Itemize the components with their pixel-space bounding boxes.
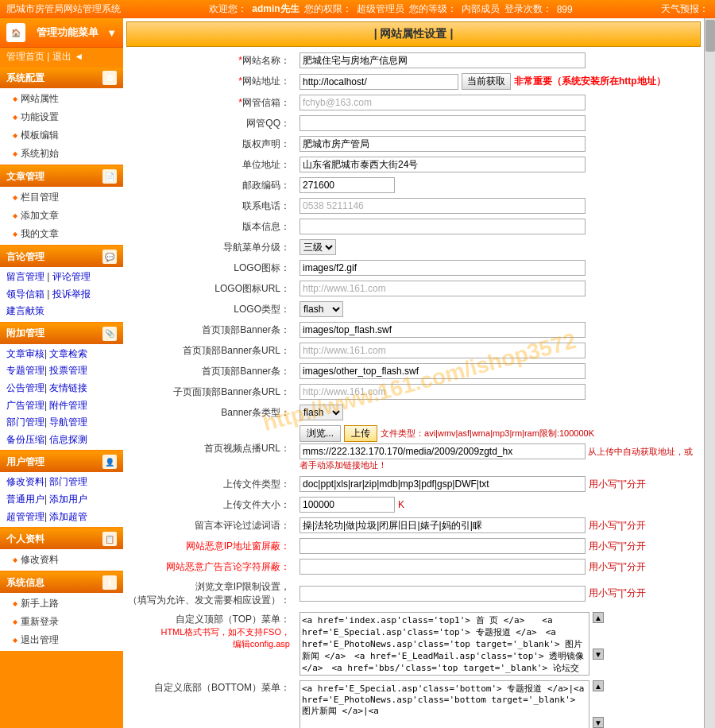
ad-block-label: 网站恶意广告言论字符屏蔽： [123,556,295,577]
sidebar-item-dept-mgmt[interactable]: 部门管理 [6,416,44,428]
sidebar-nav-logout[interactable]: 退出 [52,51,72,62]
bottom-textarea-scroll-down[interactable]: ▼ [593,717,604,728]
video-upload-btn[interactable]: 上传 [344,425,377,442]
nav-level-select[interactable]: 一级 二级 三级 四级 [300,239,336,255]
site-url-row: *网站地址： 当前获取 非常重要（系统安装所在http地址） [123,71,704,92]
sidebar-item-ad-mgmt[interactable]: 广告管理 [6,400,44,411]
banner-img-input[interactable] [300,322,586,338]
logo-url-input[interactable] [300,281,586,296]
sidebar-item-relogin[interactable]: 重新登录 [0,613,123,631]
ip-block-input[interactable] [300,538,586,554]
sidebar-item-dept-mgmt2[interactable]: 部门管理 [49,476,87,487]
sidebar-item-vote-mgmt[interactable]: 投票管理 [49,365,87,376]
sidebar-section-user-title: 用户管理 👤 [0,451,123,472]
phone-input[interactable] [300,198,586,214]
sidebar-section-article-title: 文章管理 📄 [0,166,123,187]
webmaster-qq-row: 网管QQ： [123,113,704,134]
upload-size-label: 上传文件大小： [123,494,295,515]
logo-img-input[interactable] [300,260,586,276]
banner-type-select[interactable]: flash image [300,405,343,420]
sidebar-nav-home[interactable]: 管理首页 [6,51,44,62]
top-menu-row: 自定义顶部（TOP）菜单： HTML格式书写，如不支持FSO，编辑config.… [123,610,704,678]
comment-filter-input[interactable] [300,517,586,533]
logo-url-row: LOGO图标URL： [123,278,704,299]
copyright-input[interactable] [300,136,586,152]
bottom-menu-textarea[interactable]: <a href='E_Special.asp'class='bottom'> 专… [302,683,587,728]
sidebar-item-leader-mail[interactable]: 领导信箱 [6,288,44,300]
get-current-btn[interactable]: 当前获取 [462,73,511,90]
banner-url-input[interactable] [300,343,586,358]
article-limit-hint: 用小写"|"分开 [589,587,646,600]
video-browse-btn[interactable]: 浏览... [300,425,341,442]
article-mgmt-icon: 📄 [102,169,117,184]
nav-level-label: 导航菜单分级： [123,237,295,258]
sidebar-item-review[interactable]: 评论管理 [52,271,91,282]
banner-type-row: Banner条类型： flash image [123,402,704,423]
sidebar-item-guestbook[interactable]: 留言管理 [6,271,44,282]
sidebar-item-complaint[interactable]: 投诉举报 [52,288,91,300]
upload-types-input[interactable] [300,476,586,492]
banner-img2-row: 首页顶部Banner条： [123,361,704,381]
version-input[interactable] [300,219,586,234]
sidebar-item-notice-mgmt[interactable]: 公告管理 [6,382,44,393]
sidebar-item-friendlink[interactable]: 友情链接 [49,382,87,393]
sidebar-item-init[interactable]: 系统初始 [0,145,123,163]
textarea-scroll-up[interactable]: ▲ [593,612,604,623]
sidebar-section-sysinfo-title: 系统信息 ℹ [0,572,123,593]
site-url-input[interactable] [300,74,458,90]
upload-size-input[interactable] [300,497,395,513]
address-input[interactable] [300,157,586,172]
top-menu-textarea[interactable]: <a href='index.asp'class='top1'> 首 页 </a… [302,614,587,673]
sidebar-item-exit[interactable]: 退出管理 [0,631,123,649]
sub-banner-url-row: 子页面顶部Banner条URL： [123,381,704,402]
sidebar-item-edit-profile[interactable]: 修改资料 [6,476,44,487]
sidebar-item-topic-mgmt[interactable]: 专题管理 [6,365,44,376]
sidebar-item-backup[interactable]: 备份压缩 [6,434,44,445]
nav-level-row: 导航菜单分级： 一级 二级 三级 四级 [123,237,704,258]
bottom-textarea-scroll-up[interactable]: ▲ [593,680,604,691]
addon-mgmt-icon: 📎 [102,327,117,341]
sidebar-item-my-article[interactable]: 我的文章 [0,225,123,243]
sidebar-item-site-attr[interactable]: 网站属性 [0,90,123,108]
sidebar-item-template[interactable]: 模板编辑 [0,126,123,145]
sidebar-item-article-review[interactable]: 文章审核 [6,348,44,359]
scrollbar[interactable] [704,18,715,728]
sidebar-item-add-article[interactable]: 添加文章 [0,207,123,225]
sidebar-section-sysinfo: 系统信息 ℹ 新手上路 重新登录 退出管理 [0,572,123,651]
sidebar-item-add-super[interactable]: 添加超管 [49,511,87,522]
sidebar-item-nav-mgmt[interactable]: 导航管理 [49,416,87,428]
sidebar-item-article-search[interactable]: 文章检索 [49,348,87,359]
ip-block-row: 网站恶意IP地址窗屏蔽： 用小写"|"分开 [123,536,704,556]
sidebar-nav[interactable]: 管理首页 | 退出 ◄ [0,48,123,66]
webmaster-email-input[interactable] [300,95,586,110]
textarea-scroll-down[interactable]: ▼ [593,649,604,660]
phone-row: 联系电话： [123,196,704,216]
logo-type-label: LOGO类型： [123,299,295,319]
sidebar-item-attachment-mgmt[interactable]: 附件管理 [49,400,87,411]
sidebar-section-system: 系统配置 ⚙ 网站属性 功能设置 模板编辑 系统初始 [0,68,123,165]
site-name-input[interactable] [300,52,586,68]
sidebar-section-addon-title: 附加管理 📎 [0,323,123,344]
bottom-menu-row: 自定义底部（BOTTOM）菜单： <a href='E_Special.asp'… [123,678,704,728]
comment-filter-label: 留言本评论过滤词语： [123,515,295,536]
logo-type-select[interactable]: flash image [300,301,343,317]
sidebar-item-add-user[interactable]: 添加用户 [49,494,87,505]
sidebar-item-normal-user[interactable]: 普通用户 [6,494,44,505]
sidebar-item-suggestion[interactable]: 建言献策 [6,305,44,316]
banner-img-row: 首页顶部Banner条： [123,319,704,340]
banner-img2-input[interactable] [300,363,586,379]
sidebar-item-info-detect[interactable]: 信息探测 [49,434,87,445]
sidebar-item-column-mgmt[interactable]: 栏目管理 [0,188,123,207]
sidebar-item-super-mgmt[interactable]: 超管管理 [6,511,44,522]
ad-block-input[interactable] [300,559,586,575]
sub-banner-url-input[interactable] [300,384,586,400]
postcode-input[interactable] [300,177,395,193]
video-url-input[interactable] [300,443,586,459]
article-limit-input[interactable] [300,586,586,602]
webmaster-email-row: *网管信箱： [123,92,704,113]
sidebar-item-edit-personal[interactable]: 修改资料 [0,551,123,569]
webmaster-qq-input[interactable] [300,115,586,131]
sidebar-item-beginner[interactable]: 新手上路 [0,594,123,613]
sidebar-item-func-setting[interactable]: 功能设置 [0,108,123,126]
page-title: | 网站属性设置 | [126,21,701,47]
